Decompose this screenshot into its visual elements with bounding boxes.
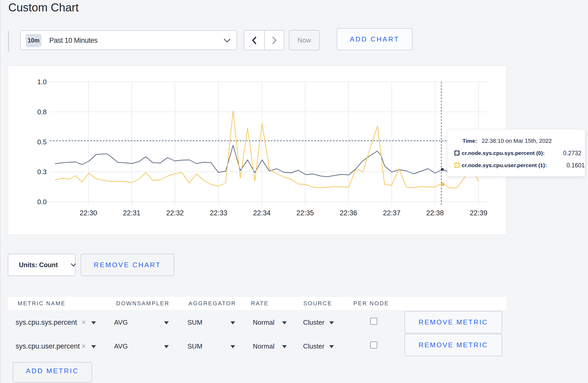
svg-text:22:32: 22:32 — [166, 209, 184, 217]
svg-text:1.0: 1.0 — [37, 78, 47, 86]
svg-text:22:35: 22:35 — [296, 209, 314, 217]
svg-text:0.0: 0.0 — [37, 198, 47, 206]
svg-text:22:38: 22:38 — [426, 209, 444, 217]
svg-text:22:39: 22:39 — [470, 209, 487, 217]
svg-text:22:34: 22:34 — [253, 209, 271, 217]
svg-text:22:31: 22:31 — [123, 209, 141, 217]
svg-text:0.8: 0.8 — [37, 108, 47, 116]
svg-text:22:33: 22:33 — [210, 209, 227, 217]
svg-text:0.3: 0.3 — [37, 168, 47, 176]
svg-text:22:37: 22:37 — [383, 209, 401, 217]
svg-text:22:30: 22:30 — [80, 209, 97, 217]
svg-text:22:36: 22:36 — [340, 209, 357, 217]
svg-text:0.5: 0.5 — [37, 138, 47, 146]
